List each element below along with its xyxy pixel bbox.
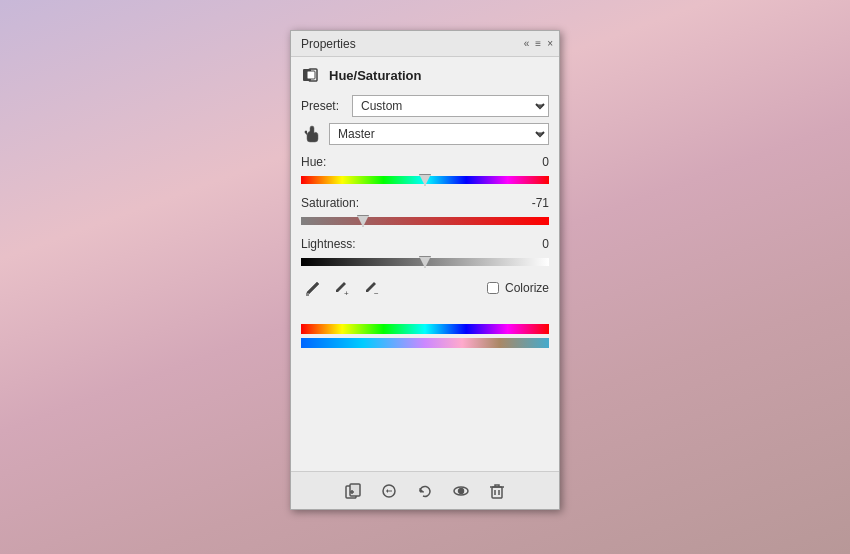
- adj-icon: [301, 65, 321, 85]
- delete-button[interactable]: [485, 479, 509, 503]
- preset-select-wrapper: Default Custom Cyanotype Sepia Strong Sa…: [352, 95, 549, 117]
- eyedropper-add-button[interactable]: +: [331, 278, 353, 300]
- svg-point-13: [459, 488, 464, 493]
- saturation-label: Saturation:: [301, 196, 359, 210]
- reset-button[interactable]: [413, 479, 437, 503]
- channel-row: Master Reds Yellows Greens Cyans Blues M…: [301, 123, 549, 145]
- svg-text:+: +: [344, 289, 349, 297]
- close-button[interactable]: ×: [547, 38, 553, 49]
- hue-slider-top: Hue: 0: [301, 155, 549, 169]
- panel-body: Hue/Saturation Preset: Default Custom Cy…: [291, 57, 559, 471]
- color-bar-modified: [301, 338, 549, 348]
- colorize-row: Colorize: [487, 281, 549, 295]
- properties-panel: Properties « ≡ × Hue/Saturation P: [290, 30, 560, 510]
- saturation-track: [301, 217, 549, 225]
- hue-value: 0: [519, 155, 549, 169]
- visibility-button[interactable]: [449, 479, 473, 503]
- collapse-button[interactable]: «: [524, 38, 530, 49]
- adjustment-title: Hue/Saturation: [329, 68, 421, 83]
- hue-slider-container[interactable]: [301, 172, 549, 188]
- saturation-slider-row: Saturation: -71: [301, 196, 549, 229]
- tools-row: + −: [301, 278, 383, 300]
- colorize-label: Colorize: [505, 281, 549, 295]
- preset-row: Preset: Default Custom Cyanotype Sepia S…: [301, 95, 549, 117]
- panel-tabs: Properties: [297, 35, 360, 53]
- panel-footer: [291, 471, 559, 509]
- eyedropper-subtract-button[interactable]: −: [361, 278, 383, 300]
- svg-text:−: −: [374, 289, 379, 297]
- lightness-value: 0: [519, 237, 549, 251]
- view-previous-button[interactable]: [377, 479, 401, 503]
- panel-controls: « ≡ ×: [524, 38, 553, 49]
- menu-button[interactable]: ≡: [535, 38, 541, 49]
- color-bars: [301, 324, 549, 348]
- saturation-slider-container[interactable]: [301, 213, 549, 229]
- hue-label: Hue:: [301, 155, 326, 169]
- hand-tool-icon[interactable]: [301, 123, 323, 145]
- adjustment-header: Hue/Saturation: [301, 65, 549, 85]
- panel-titlebar: Properties « ≡ ×: [291, 31, 559, 57]
- mask-button[interactable]: [341, 479, 365, 503]
- hue-slider-row: Hue: 0: [301, 155, 549, 188]
- eyedropper-button[interactable]: [301, 278, 323, 300]
- lightness-label: Lightness:: [301, 237, 356, 251]
- lightness-slider-top: Lightness: 0: [301, 237, 549, 251]
- svg-rect-4: [306, 293, 309, 296]
- color-bar-original: [301, 324, 549, 334]
- colorize-checkbox[interactable]: [487, 282, 499, 294]
- lightness-slider-row: Lightness: 0: [301, 237, 549, 270]
- saturation-slider-top: Saturation: -71: [301, 196, 549, 210]
- svg-rect-14: [492, 487, 502, 498]
- tools-colorize-row: + − Colorize: [301, 278, 549, 310]
- svg-rect-2: [307, 71, 315, 79]
- channel-select[interactable]: Master Reds Yellows Greens Cyans Blues M…: [329, 123, 549, 145]
- preset-label: Preset:: [301, 99, 346, 113]
- saturation-value: -71: [519, 196, 549, 210]
- preset-select[interactable]: Default Custom Cyanotype Sepia Strong Sa…: [352, 95, 549, 117]
- properties-tab[interactable]: Properties: [297, 35, 360, 53]
- lightness-slider-container[interactable]: [301, 254, 549, 270]
- channel-select-wrapper: Master Reds Yellows Greens Cyans Blues M…: [329, 123, 549, 145]
